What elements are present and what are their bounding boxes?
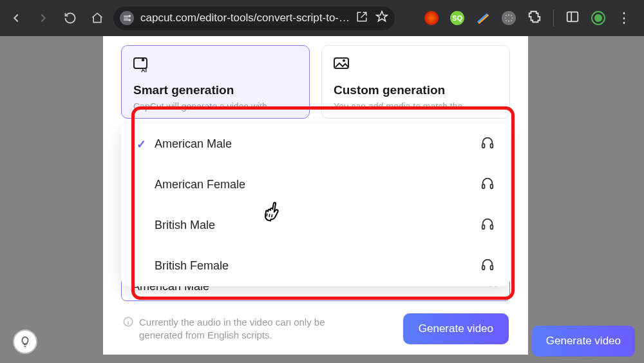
site-settings-icon[interactable]: [120, 11, 134, 25]
open-new-icon[interactable]: [356, 11, 368, 26]
voice-option-british-male[interactable]: British Male: [121, 205, 510, 246]
svg-rect-11: [491, 184, 493, 188]
extension-3-icon[interactable]: [476, 11, 490, 25]
extension-2-icon[interactable]: SQ: [450, 11, 464, 25]
svg-rect-9: [491, 144, 493, 148]
svg-rect-12: [482, 225, 485, 229]
headphones-icon[interactable]: [480, 176, 495, 193]
voice-option-label: British Male: [155, 219, 480, 232]
svg-point-1: [129, 19, 130, 21]
generation-modal: AI Smart generation CapCut will generate…: [103, 36, 528, 355]
custom-generation-title: Custom generation: [334, 83, 498, 97]
svg-rect-8: [482, 144, 485, 148]
svg-rect-14: [482, 266, 485, 270]
extensions-icon[interactable]: [527, 10, 542, 26]
info-icon: [122, 316, 134, 330]
custom-generation-subtitle: You can add media to match the: [334, 101, 498, 112]
headphones-icon[interactable]: [480, 257, 495, 275]
audio-language-note: Currently the audio in the video can onl…: [139, 316, 352, 342]
sidepanel-icon[interactable]: [565, 10, 580, 26]
divider: [553, 10, 554, 26]
kebab-menu-icon[interactable]: ⋮: [617, 15, 631, 21]
page-generate-video-button[interactable]: Generate video: [532, 326, 635, 357]
smart-generation-icon: AI: [133, 56, 153, 73]
custom-generation-card[interactable]: Custom generation You can add media to m…: [321, 45, 510, 119]
forward-icon[interactable]: [32, 7, 54, 29]
voice-option-label: American Male: [155, 137, 480, 151]
profile-avatar[interactable]: [591, 11, 605, 25]
address-bar[interactable]: capcut.com/editor-tools/convert-script-t…: [113, 6, 395, 30]
svg-point-4: [142, 59, 144, 61]
headphones-icon[interactable]: [480, 135, 495, 153]
check-icon: ✓: [137, 137, 155, 152]
back-icon[interactable]: [5, 7, 27, 29]
tips-button[interactable]: [13, 329, 37, 354]
svg-point-0: [129, 15, 130, 17]
svg-rect-13: [491, 225, 493, 229]
headphones-icon[interactable]: [480, 217, 495, 234]
smart-generation-title: Smart generation: [133, 83, 298, 97]
browser-toolbar: capcut.com/editor-tools/convert-script-t…: [0, 0, 644, 36]
voice-option-label: British Female: [155, 259, 480, 273]
voice-option-american-female[interactable]: American Female: [121, 164, 510, 205]
voice-option-american-male[interactable]: ✓ American Male: [121, 124, 510, 164]
smart-generation-card[interactable]: AI Smart generation CapCut will generate…: [121, 45, 310, 119]
home-icon[interactable]: [86, 7, 108, 29]
generate-video-button[interactable]: Generate video: [403, 313, 509, 344]
reload-icon[interactable]: [59, 7, 81, 29]
svg-rect-2: [567, 12, 578, 22]
url-text: capcut.com/editor-tools/convert-script-t…: [140, 12, 350, 25]
bookmark-star-icon[interactable]: [375, 10, 388, 26]
extensions-row: SQ ⋮: [424, 10, 639, 26]
extension-4-icon[interactable]: [502, 11, 516, 25]
extension-1-icon[interactable]: [424, 11, 439, 25]
page-generate-video-label: Generate video: [546, 335, 621, 347]
voice-option-label: American Female: [155, 178, 480, 191]
voice-option-british-female[interactable]: British Female: [121, 246, 510, 286]
custom-generation-icon: [334, 56, 353, 73]
generate-video-label: Generate video: [419, 322, 493, 335]
svg-rect-10: [482, 184, 485, 188]
svg-rect-15: [491, 266, 493, 270]
voice-options-dropdown: ✓ American Male American Female British …: [121, 124, 510, 286]
svg-point-7: [343, 59, 345, 62]
svg-text:AI: AI: [141, 67, 147, 73]
smart-generation-subtitle: CapCut will generate a video with: [133, 101, 298, 112]
